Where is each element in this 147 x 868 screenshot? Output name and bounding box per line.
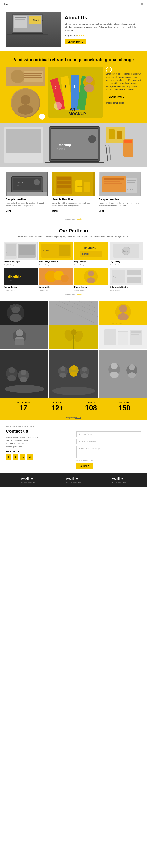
svg-rect-59	[57, 181, 70, 184]
portfolio-item-4[interactable]: Logo Logo design Graphic Design	[110, 242, 143, 266]
portfolio-item-8[interactable]: Corporate A Corporate Identity Graphic D…	[110, 268, 143, 292]
svg-rect-132	[15, 339, 25, 345]
svg-point-151	[5, 385, 44, 393]
footer-col-3-title: Headline	[111, 477, 126, 480]
svg-point-98	[61, 275, 68, 282]
portfolio-item-6[interactable]: juice Juice bottle Graphic Design	[39, 268, 73, 292]
svg-point-162	[52, 386, 95, 395]
facebook-icon[interactable]: f	[6, 454, 11, 460]
portfolio-item-2-title: Web Design Website	[39, 260, 73, 262]
social-icons: f t in yt	[6, 454, 70, 460]
mockup-card-2: MOCKUP Sample Headline Lorem duis Click …	[50, 170, 97, 214]
gallery-cell-6	[98, 326, 147, 349]
rebrand-mockup-image: 1 2 3 A4 MOCKUP	[48, 67, 103, 118]
contact-hours1: Mon - Fri 9:00 am - 4:00 pm	[6, 439, 70, 442]
message-input[interactable]	[77, 446, 141, 458]
portfolio-item-7-title: Poster Design	[74, 286, 108, 288]
portfolio-item-5-category: Graphic Design	[4, 289, 15, 291]
hero-learn-more-button[interactable]: LEARN MORE	[65, 39, 86, 44]
footer: Headline Sample footer text Headline Sam…	[0, 473, 147, 488]
mockup-card-1-title: Sample Headline	[6, 198, 49, 201]
mockup-card-2-image: MOCKUP	[52, 173, 95, 196]
svg-text:mockup: mockup	[59, 143, 71, 147]
svg-text:A4: A4	[69, 107, 75, 112]
svg-rect-75	[6, 244, 16, 256]
portfolio-grid: b Brand Campaign Graphic Design Branding…	[4, 242, 143, 292]
portfolio-item-1[interactable]: b Brand Campaign Graphic Design	[4, 242, 38, 266]
svg-rect-142	[131, 331, 141, 333]
svg-rect-40	[45, 162, 104, 163]
hamburger-icon[interactable]: ≡	[141, 2, 143, 6]
svg-text:Corporate: Corporate	[113, 276, 119, 278]
svg-point-149	[21, 370, 26, 375]
hero-title: About Us	[65, 15, 141, 21]
svg-point-158	[70, 372, 77, 377]
portfolio-source: Images from Freepik	[4, 293, 143, 295]
stat-clients-label: CLIENTS	[85, 402, 97, 404]
submit-button[interactable]: SUBMIT	[77, 463, 93, 469]
svg-point-113	[10, 305, 13, 308]
rebrand-content: 1 2 3 A4 MOCKUP Lorem ipsum dolor sit am…	[6, 67, 141, 120]
portfolio-item-3[interactable]: HANDLINE BRAND Logo design Graphic Desig…	[74, 242, 108, 266]
svg-point-125	[119, 305, 127, 312]
newsletter-left: JOIN OUR NEWSLETTER Contact us 3045-50 f…	[6, 426, 70, 469]
mockup-source: Images from Freepik	[0, 218, 147, 222]
portfolio-title: Our Portfolio	[4, 228, 143, 234]
svg-point-17	[18, 105, 33, 115]
svg-point-169	[128, 372, 136, 378]
svg-rect-62	[84, 182, 90, 192]
stat-years: YP YEARS 12+	[52, 402, 63, 411]
rebrand-section: A mission critical rebrand to help accel…	[0, 51, 147, 123]
portfolio-item-2[interactable]: Branding Website Web Design Website Grap…	[39, 242, 73, 266]
svg-text:design.: design.	[17, 184, 23, 186]
svg-text:BRAND: BRAND	[82, 253, 89, 255]
mockup-card-1-more[interactable]: MORE	[6, 210, 11, 212]
twitter-icon[interactable]: t	[13, 454, 19, 460]
svg-rect-60	[57, 185, 70, 188]
svg-text:juice: juice	[50, 282, 53, 284]
mockup-card-3-more[interactable]: MORE	[98, 210, 104, 212]
svg-rect-67	[104, 181, 120, 182]
portfolio-item-7[interactable]: Poster Design Graphic Design	[74, 268, 108, 292]
svg-text:3: 3	[74, 85, 76, 89]
rebrand-writing-image	[6, 67, 45, 86]
mockup-card-1-image: mockup design.	[6, 173, 49, 196]
yellow-circle-decoration	[106, 67, 112, 72]
portfolio-subtitle: Lorem ipsum dolor sit amet, consectetur …	[4, 235, 143, 238]
mockup-card-3-image: MOCKUP	[98, 173, 141, 196]
name-input[interactable]	[77, 431, 141, 437]
svg-point-114	[12, 304, 16, 307]
svg-point-112	[10, 314, 22, 322]
svg-point-116	[19, 305, 22, 308]
rebrand-headline: A mission critical rebrand to help accel…	[6, 57, 141, 63]
stat-years-label: YP YEARS	[52, 402, 63, 404]
stat-projects-value: 150	[119, 404, 130, 411]
rebrand-learn-more-button[interactable]: LEARN MORE	[106, 94, 127, 99]
email-input[interactable]	[77, 439, 141, 444]
rebrand-text-content: Lorem ipsum dolor sit amet, consectetur …	[106, 67, 141, 107]
stat-awards-value: 17	[17, 404, 30, 411]
svg-rect-8	[7, 33, 48, 35]
privacy-note: @2024 Privacy policy	[77, 460, 141, 462]
svg-point-150	[20, 377, 27, 382]
gallery-cell-7	[0, 350, 49, 398]
svg-rect-11	[24, 70, 43, 82]
svg-point-160	[82, 367, 87, 372]
youtube-icon[interactable]: yt	[27, 454, 33, 460]
instagram-icon[interactable]: in	[20, 454, 26, 460]
svg-point-168	[129, 364, 135, 370]
hero-source: Images from Freepik	[65, 34, 141, 37]
svg-rect-34	[6, 129, 41, 153]
newsletter-right: @2024 Privacy policy SUBMIT	[77, 426, 141, 469]
portfolio-item-7-category: Graphic Design	[74, 289, 85, 291]
portfolio-item-5[interactable]: dholkia POSTER Poster design Graphic Des…	[4, 268, 38, 292]
gallery-cell-8	[49, 350, 98, 398]
rebrand-images	[6, 67, 45, 120]
footer-col-2: Headline Sample footer text	[66, 477, 81, 484]
svg-text:About Us: About Us	[32, 19, 43, 22]
svg-rect-48	[124, 140, 132, 143]
mockup-card-2-more[interactable]: MORE	[52, 210, 58, 212]
svg-rect-5	[15, 21, 26, 21]
svg-text:mockup: mockup	[18, 181, 25, 184]
svg-rect-66	[104, 178, 124, 180]
